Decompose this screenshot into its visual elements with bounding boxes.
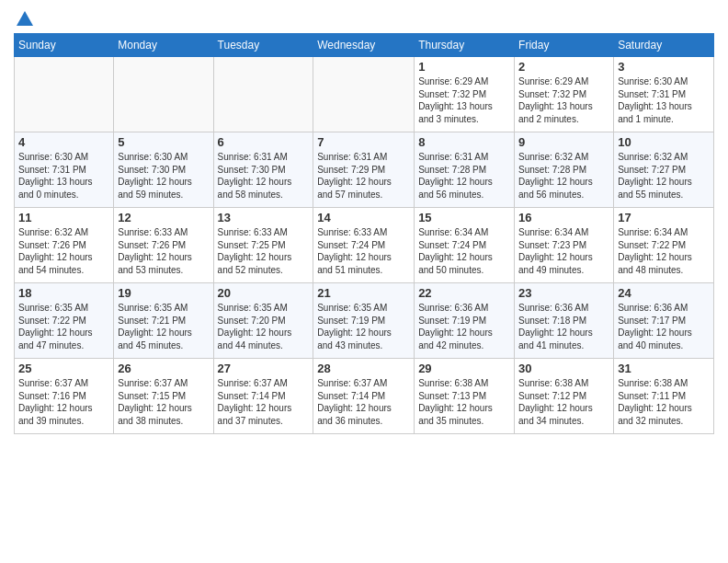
- calendar-cell: 22Sunrise: 6:36 AMSunset: 7:19 PMDayligh…: [415, 283, 515, 359]
- day-info: Sunrise: 6:34 AMSunset: 7:22 PMDaylight:…: [618, 226, 710, 276]
- calendar-cell: 16Sunrise: 6:34 AMSunset: 7:23 PMDayligh…: [515, 208, 614, 283]
- day-number: 4: [18, 135, 109, 149]
- day-info: Sunrise: 6:30 AMSunset: 7:30 PMDaylight:…: [118, 151, 209, 201]
- day-number: 21: [317, 286, 410, 300]
- day-number: 23: [518, 286, 609, 300]
- day-number: 29: [418, 362, 510, 375]
- day-number: 9: [518, 135, 609, 149]
- day-number: 30: [518, 362, 609, 375]
- calendar-week-row: 11Sunrise: 6:32 AMSunset: 7:26 PMDayligh…: [15, 208, 714, 283]
- calendar-cell: 6Sunrise: 6:31 AMSunset: 7:30 PMDaylight…: [213, 132, 313, 208]
- calendar-cell: 13Sunrise: 6:33 AMSunset: 7:25 PMDayligh…: [213, 208, 313, 283]
- calendar-cell: 9Sunrise: 6:32 AMSunset: 7:28 PMDaylight…: [515, 132, 614, 208]
- calendar-cell: 2Sunrise: 6:29 AMSunset: 7:32 PMDaylight…: [515, 57, 614, 132]
- day-number: 14: [317, 211, 410, 224]
- day-info: Sunrise: 6:37 AMSunset: 7:14 PMDaylight:…: [317, 377, 410, 427]
- day-info: Sunrise: 6:35 AMSunset: 7:20 PMDaylight:…: [218, 302, 310, 351]
- calendar-cell: 5Sunrise: 6:30 AMSunset: 7:30 PMDaylight…: [114, 132, 213, 208]
- day-number: 1: [418, 60, 510, 74]
- calendar-cell: 30Sunrise: 6:38 AMSunset: 7:12 PMDayligh…: [515, 359, 614, 434]
- calendar-table: SundayMondayTuesdayWednesdayThursdayFrid…: [14, 33, 714, 434]
- calendar-cell: 3Sunrise: 6:30 AMSunset: 7:31 PMDaylight…: [614, 57, 714, 132]
- day-info: Sunrise: 6:37 AMSunset: 7:15 PMDaylight:…: [118, 377, 209, 427]
- calendar-cell: 25Sunrise: 6:37 AMSunset: 7:16 PMDayligh…: [15, 359, 114, 434]
- day-number: 18: [18, 286, 109, 300]
- calendar-cell: 19Sunrise: 6:35 AMSunset: 7:21 PMDayligh…: [114, 283, 213, 359]
- calendar-cell: [15, 57, 114, 132]
- page: SundayMondayTuesdayWednesdayThursdayFrid…: [0, 0, 728, 563]
- calendar-cell: 23Sunrise: 6:36 AMSunset: 7:18 PMDayligh…: [515, 283, 614, 359]
- day-number: 15: [418, 211, 510, 224]
- calendar-day-header: Saturday: [614, 34, 714, 57]
- calendar-week-row: 18Sunrise: 6:35 AMSunset: 7:22 PMDayligh…: [15, 283, 714, 359]
- day-info: Sunrise: 6:37 AMSunset: 7:14 PMDaylight:…: [218, 377, 310, 427]
- day-number: 2: [518, 60, 609, 74]
- day-number: 16: [518, 211, 609, 224]
- day-number: 25: [18, 362, 109, 375]
- calendar-cell: 26Sunrise: 6:37 AMSunset: 7:15 PMDayligh…: [114, 359, 213, 434]
- day-number: 24: [618, 286, 710, 300]
- calendar-cell: 15Sunrise: 6:34 AMSunset: 7:24 PMDayligh…: [415, 208, 515, 283]
- day-info: Sunrise: 6:33 AMSunset: 7:24 PMDaylight:…: [317, 226, 410, 276]
- calendar-cell: [114, 57, 213, 132]
- day-info: Sunrise: 6:34 AMSunset: 7:23 PMDaylight:…: [518, 226, 609, 276]
- day-info: Sunrise: 6:31 AMSunset: 7:28 PMDaylight:…: [418, 151, 510, 201]
- day-info: Sunrise: 6:38 AMSunset: 7:11 PMDaylight:…: [618, 377, 710, 427]
- day-info: Sunrise: 6:32 AMSunset: 7:27 PMDaylight:…: [618, 151, 710, 201]
- calendar-cell: 20Sunrise: 6:35 AMSunset: 7:20 PMDayligh…: [213, 283, 313, 359]
- day-number: 5: [118, 135, 209, 149]
- day-number: 3: [618, 60, 710, 74]
- calendar-cell: 27Sunrise: 6:37 AMSunset: 7:14 PMDayligh…: [213, 359, 313, 434]
- header: [14, 9, 714, 26]
- logo: [14, 9, 36, 26]
- calendar-cell: 7Sunrise: 6:31 AMSunset: 7:29 PMDaylight…: [313, 132, 415, 208]
- day-number: 11: [18, 211, 109, 224]
- calendar-day-header: Monday: [114, 34, 213, 57]
- calendar-cell: [313, 57, 415, 132]
- day-info: Sunrise: 6:38 AMSunset: 7:13 PMDaylight:…: [418, 377, 510, 427]
- day-info: Sunrise: 6:34 AMSunset: 7:24 PMDaylight:…: [418, 226, 510, 276]
- calendar-cell: 11Sunrise: 6:32 AMSunset: 7:26 PMDayligh…: [15, 208, 114, 283]
- calendar-cell: 21Sunrise: 6:35 AMSunset: 7:19 PMDayligh…: [313, 283, 415, 359]
- day-number: 19: [118, 286, 209, 300]
- day-number: 27: [218, 362, 310, 375]
- day-info: Sunrise: 6:30 AMSunset: 7:31 PMDaylight:…: [618, 75, 710, 125]
- day-number: 8: [418, 135, 510, 149]
- day-number: 7: [317, 135, 410, 149]
- calendar-cell: 12Sunrise: 6:33 AMSunset: 7:26 PMDayligh…: [114, 208, 213, 283]
- day-info: Sunrise: 6:33 AMSunset: 7:26 PMDaylight:…: [118, 226, 209, 276]
- day-number: 31: [618, 362, 710, 375]
- day-number: 26: [118, 362, 209, 375]
- day-info: Sunrise: 6:38 AMSunset: 7:12 PMDaylight:…: [518, 377, 609, 427]
- calendar-cell: 17Sunrise: 6:34 AMSunset: 7:22 PMDayligh…: [614, 208, 714, 283]
- day-info: Sunrise: 6:37 AMSunset: 7:16 PMDaylight:…: [18, 377, 109, 427]
- day-number: 20: [218, 286, 310, 300]
- calendar-week-row: 1Sunrise: 6:29 AMSunset: 7:32 PMDaylight…: [15, 57, 714, 132]
- day-info: Sunrise: 6:35 AMSunset: 7:22 PMDaylight:…: [18, 302, 109, 351]
- day-info: Sunrise: 6:35 AMSunset: 7:21 PMDaylight:…: [118, 302, 209, 351]
- day-number: 22: [418, 286, 510, 300]
- day-number: 13: [218, 211, 310, 224]
- calendar-cell: 29Sunrise: 6:38 AMSunset: 7:13 PMDayligh…: [415, 359, 515, 434]
- day-info: Sunrise: 6:33 AMSunset: 7:25 PMDaylight:…: [218, 226, 310, 276]
- calendar-week-row: 25Sunrise: 6:37 AMSunset: 7:16 PMDayligh…: [15, 359, 714, 434]
- day-number: 10: [618, 135, 710, 149]
- day-info: Sunrise: 6:36 AMSunset: 7:17 PMDaylight:…: [618, 302, 710, 351]
- calendar-cell: 8Sunrise: 6:31 AMSunset: 7:28 PMDaylight…: [415, 132, 515, 208]
- svg-marker-0: [17, 11, 33, 26]
- day-number: 12: [118, 211, 209, 224]
- day-info: Sunrise: 6:35 AMSunset: 7:19 PMDaylight:…: [317, 302, 410, 351]
- calendar-cell: 1Sunrise: 6:29 AMSunset: 7:32 PMDaylight…: [415, 57, 515, 132]
- day-info: Sunrise: 6:29 AMSunset: 7:32 PMDaylight:…: [418, 75, 510, 125]
- day-number: 6: [218, 135, 310, 149]
- calendar-day-header: Friday: [515, 34, 614, 57]
- day-info: Sunrise: 6:32 AMSunset: 7:26 PMDaylight:…: [18, 226, 109, 276]
- day-info: Sunrise: 6:31 AMSunset: 7:29 PMDaylight:…: [317, 151, 410, 201]
- day-info: Sunrise: 6:32 AMSunset: 7:28 PMDaylight:…: [518, 151, 609, 201]
- calendar-cell: 4Sunrise: 6:30 AMSunset: 7:31 PMDaylight…: [15, 132, 114, 208]
- day-info: Sunrise: 6:30 AMSunset: 7:31 PMDaylight:…: [18, 151, 109, 201]
- calendar-week-row: 4Sunrise: 6:30 AMSunset: 7:31 PMDaylight…: [15, 132, 714, 208]
- day-info: Sunrise: 6:29 AMSunset: 7:32 PMDaylight:…: [518, 75, 609, 125]
- calendar-cell: 14Sunrise: 6:33 AMSunset: 7:24 PMDayligh…: [313, 208, 415, 283]
- calendar-day-header: Sunday: [15, 34, 114, 57]
